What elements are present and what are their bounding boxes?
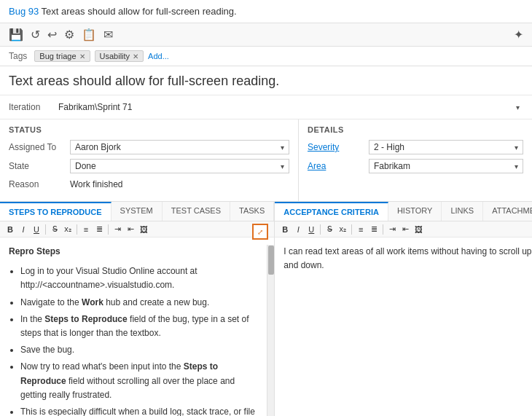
assigned-to-label: Assigned To bbox=[9, 142, 67, 152]
tag-usability-label: Usability bbox=[100, 52, 130, 60]
tags-label: Tags bbox=[9, 51, 27, 61]
severity-row: Severity 2 - High ▾ bbox=[308, 140, 523, 154]
iteration-select[interactable]: Fabrikam\Sprint 71 ▾ bbox=[55, 100, 523, 114]
main-panels: STEPS TO REPRODUCE SYSTEM TEST CASES TAS… bbox=[0, 202, 532, 416]
state-row: State Done ▾ bbox=[9, 159, 289, 173]
severity-chevron: ▾ bbox=[515, 144, 518, 152]
bug-title-text: Text areas should allow for full-screen … bbox=[39, 6, 236, 17]
email-icon[interactable]: ✉ bbox=[103, 28, 113, 42]
copy-icon[interactable]: 📋 bbox=[82, 28, 96, 42]
left-formatting-bar: B I U S̶ x₂ ≡ ≣ ⇥ ⇤ 🖼 bbox=[0, 221, 274, 238]
settings-icon[interactable]: ⚙ bbox=[64, 28, 74, 42]
reason-value: Work finished bbox=[70, 178, 122, 191]
scrollbar-thumb[interactable] bbox=[268, 246, 274, 275]
bug-id-link[interactable]: Bug 93 bbox=[9, 6, 39, 17]
img-btn[interactable]: 🖼 bbox=[138, 224, 150, 235]
tags-bar: Tags Bug triage ✕ Usability ✕ Add... bbox=[0, 47, 532, 66]
left-panel: STEPS TO REPRODUCE SYSTEM TEST CASES TAS… bbox=[0, 202, 275, 416]
status-header: STATUS bbox=[9, 125, 289, 134]
iteration-row: Iteration Fabrikam\Sprint 71 ▾ bbox=[0, 95, 532, 119]
toolbar-actions: 💾 ↺ ↩ ⚙ 📋 ✉ bbox=[9, 28, 113, 42]
tab-system[interactable]: SYSTEM bbox=[112, 202, 163, 221]
state-select[interactable]: Done ▾ bbox=[70, 159, 289, 173]
state-chevron: ▾ bbox=[281, 162, 284, 170]
area-value: Fabrikam bbox=[374, 161, 410, 171]
toolbar: 💾 ↺ ↩ ⚙ 📋 ✉ ✦ bbox=[0, 23, 532, 47]
repro-step-5: Now try to read what's been input into t… bbox=[20, 360, 259, 402]
tab-links[interactable]: LINKS bbox=[442, 202, 483, 221]
details-section: DETAILS Severity 2 - High ▾ Area Fabrika… bbox=[299, 119, 532, 201]
tab-acceptance-criteria[interactable]: ACCEPTANCE CRITERIA bbox=[275, 202, 388, 221]
acceptance-criteria-content: I can read text areas of all work items … bbox=[275, 238, 532, 280]
ac-sep1 bbox=[320, 224, 321, 235]
tag-bug-triage-remove[interactable]: ✕ bbox=[79, 52, 85, 60]
repro-step-2: Navigate to the Work hub and create a ne… bbox=[20, 296, 259, 310]
repro-steps-content: Repro Steps Log in to your Visual Studio… bbox=[0, 238, 274, 416]
undo-icon[interactable]: ↩ bbox=[47, 28, 57, 42]
repro-steps-list: Log in to your Visual Studio Online acco… bbox=[9, 264, 259, 416]
refresh-icon[interactable]: ↺ bbox=[31, 28, 40, 42]
tag-usability-remove[interactable]: ✕ bbox=[133, 52, 138, 60]
strikethrough-btn[interactable]: S̶ bbox=[49, 224, 60, 235]
outdent-btn[interactable]: ⇤ bbox=[125, 224, 136, 235]
ac-bold-btn[interactable]: B bbox=[279, 224, 291, 235]
severity-value: 2 - High bbox=[374, 142, 404, 152]
ac-sub-btn[interactable]: x₂ bbox=[337, 224, 348, 235]
area-row: Area Fabrikam ▾ bbox=[308, 159, 523, 173]
left-tabs-row: STEPS TO REPRODUCE SYSTEM TEST CASES TAS… bbox=[0, 202, 274, 221]
ul-btn[interactable]: ≡ bbox=[80, 224, 92, 235]
tab-tasks[interactable]: TASKS bbox=[230, 202, 274, 221]
reason-row: Reason Work finished bbox=[9, 178, 289, 191]
expand-button[interactable]: ⤢ bbox=[252, 224, 268, 240]
severity-select[interactable]: 2 - High ▾ bbox=[369, 140, 523, 154]
ol-btn[interactable]: ≣ bbox=[93, 224, 105, 235]
ac-sep2 bbox=[351, 224, 352, 235]
right-formatting-bar: B I U S̶ x₂ ≡ ≣ ⇥ ⇤ 🖼 ⤢ bbox=[275, 221, 532, 238]
indent-btn[interactable]: ⇥ bbox=[112, 224, 123, 235]
assigned-to-value: Aaron Bjork bbox=[75, 142, 121, 152]
reason-label: Reason bbox=[9, 179, 67, 189]
state-label: State bbox=[9, 161, 67, 171]
sep2 bbox=[77, 224, 77, 235]
ac-outdent-btn[interactable]: ⇤ bbox=[399, 224, 411, 235]
repro-step-6: This is especially difficult when a buil… bbox=[20, 405, 259, 416]
ac-ul-btn[interactable]: ≡ bbox=[355, 224, 367, 235]
right-tabs-row: ACCEPTANCE CRITERIA HISTORY LINKS ATTACH… bbox=[275, 202, 532, 221]
assigned-to-select[interactable]: Aaron Bjork ▾ bbox=[70, 140, 289, 154]
tab-steps-to-reproduce[interactable]: STEPS TO REPRODUCE bbox=[0, 202, 112, 221]
iteration-chevron: ▾ bbox=[516, 103, 520, 111]
bold-btn[interactable]: B bbox=[4, 224, 16, 235]
tab-test-cases[interactable]: TEST CASES bbox=[163, 202, 230, 221]
ac-indent-btn[interactable]: ⇥ bbox=[386, 224, 398, 235]
tag-bug-triage: Bug triage ✕ bbox=[34, 50, 90, 62]
assigned-to-row: Assigned To Aaron Bjork ▾ bbox=[9, 140, 289, 154]
area-select[interactable]: Fabrikam ▾ bbox=[369, 159, 523, 173]
severity-label[interactable]: Severity bbox=[308, 142, 366, 152]
ac-italic-btn[interactable]: I bbox=[292, 224, 304, 235]
acceptance-criteria-text: I can read text areas of all work items … bbox=[283, 245, 532, 272]
work-item-title: Text areas should allow for full-screen … bbox=[0, 66, 532, 95]
details-header: DETAILS bbox=[308, 125, 523, 134]
repro-step-3: In the Steps to Reproduce field of the b… bbox=[20, 313, 259, 340]
italic-btn[interactable]: I bbox=[17, 224, 29, 235]
underline-btn[interactable]: U bbox=[31, 224, 42, 235]
ac-strike-btn[interactable]: S̶ bbox=[324, 224, 335, 235]
ac-ol-btn[interactable]: ≣ bbox=[368, 224, 380, 235]
subscript-btn[interactable]: x₂ bbox=[62, 224, 74, 235]
tag-usability: Usability ✕ bbox=[95, 50, 144, 62]
save-icon[interactable]: 💾 bbox=[9, 28, 23, 42]
repro-step-4: Save the bug. bbox=[20, 343, 259, 357]
ac-underline-btn[interactable]: U bbox=[305, 224, 317, 235]
repro-step-1: Log in to your Visual Studio Online acco… bbox=[20, 264, 259, 292]
area-label[interactable]: Area bbox=[308, 161, 366, 171]
toolbar-right: ✦ bbox=[514, 28, 523, 42]
right-scrollbar[interactable] bbox=[267, 245, 274, 416]
expand-settings-icon[interactable]: ✦ bbox=[514, 28, 523, 41]
add-tag-button[interactable]: Add... bbox=[148, 52, 169, 60]
right-panel: ACCEPTANCE CRITERIA HISTORY LINKS ATTACH… bbox=[275, 202, 532, 416]
tab-history[interactable]: HISTORY bbox=[388, 202, 442, 221]
state-value: Done bbox=[75, 161, 96, 171]
ac-img-btn[interactable]: 🖼 bbox=[412, 224, 425, 235]
tab-attachment[interactable]: ATTACHMENT bbox=[483, 202, 532, 221]
status-section: STATUS Assigned To Aaron Bjork ▾ State D… bbox=[0, 119, 299, 201]
